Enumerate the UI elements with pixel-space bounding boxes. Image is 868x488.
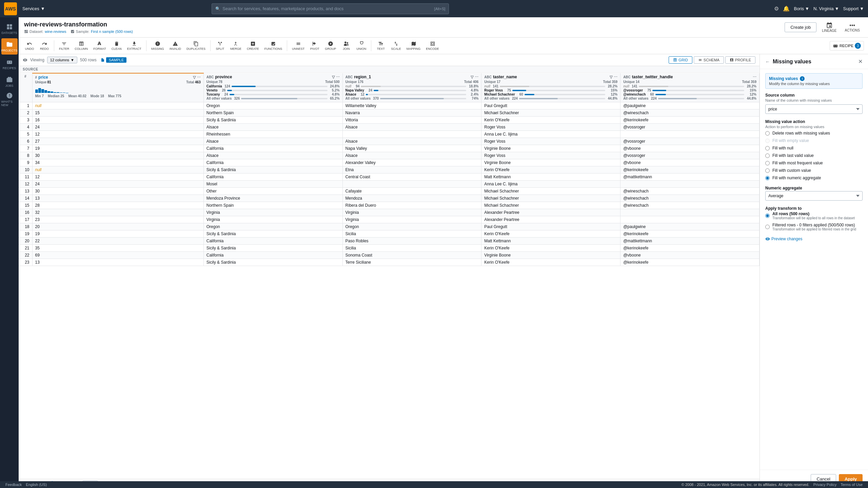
radio-fill-custom-input[interactable] <box>765 168 770 173</box>
table-cell: 20 <box>32 223 203 230</box>
bell-icon[interactable]: 🔔 <box>783 5 790 12</box>
table-cell: null <box>32 166 203 174</box>
table-cell: 24 <box>32 124 203 131</box>
radio-fill-frequent[interactable]: Fill with most frequent value <box>765 161 863 165</box>
table-cell: 19 <box>32 230 203 238</box>
group-button[interactable]: GROUP <box>323 40 338 52</box>
dataset-link[interactable]: wine-reviews <box>45 29 66 34</box>
data-table-wrapper[interactable]: # # price ▽⋯ <box>19 73 760 479</box>
table-cell: Alsace <box>342 138 481 145</box>
pivot-button[interactable]: PIVOT <box>308 40 321 52</box>
toolbar-right: RECIPE 3 <box>830 41 864 50</box>
table-cell: Northern Spain <box>203 202 342 209</box>
toolbar-sep-5 <box>371 40 371 51</box>
radio-fill-empty[interactable]: Fill with empty value <box>765 138 863 143</box>
sidebar-item-recipes[interactable]: RECIPES <box>1 56 18 72</box>
recipe-button[interactable]: RECIPE 3 <box>830 41 864 50</box>
table-cell: Paul Gregutt <box>481 102 620 109</box>
radio-delete-input[interactable] <box>765 131 770 136</box>
scale-button[interactable]: SCALE <box>389 40 403 52</box>
grid-tab[interactable]: GRID <box>669 56 692 64</box>
radio-fill-frequent-input[interactable] <box>765 161 770 165</box>
merge-button[interactable]: MERGE <box>228 40 243 52</box>
encode-button[interactable]: ENCODE <box>424 40 441 52</box>
col-actions[interactable]: ▽⋯ <box>610 75 617 79</box>
redo-button[interactable]: REDO <box>38 40 51 52</box>
col-actions[interactable]: ▽⋯ <box>471 75 478 79</box>
radio-filtered-rows-input[interactable] <box>765 225 770 229</box>
table-cell: Roger Voss <box>481 138 620 145</box>
invalid-button[interactable]: INVALID <box>167 40 183 52</box>
unnest-button[interactable]: UNNEST <box>290 40 307 52</box>
radio-filtered-rows[interactable]: Filtered rows - 0 filters applied (500/5… <box>765 223 863 231</box>
missing-button[interactable]: MISSING <box>149 40 166 52</box>
mapping-button[interactable]: MAPPING <box>405 40 423 52</box>
table-cell: Navarra <box>342 109 481 117</box>
radio-fill-numeric-input[interactable] <box>765 176 770 180</box>
create-job-button[interactable]: Create job <box>785 22 816 32</box>
col-actions[interactable]: ▽⋯ <box>332 75 340 79</box>
clean-button[interactable]: CLEAN <box>110 40 124 52</box>
extract-button[interactable]: EXTRACT <box>125 40 143 52</box>
col-actions[interactable]: ▽⋯ <box>193 75 201 80</box>
radio-delete[interactable]: Delete rows with missing values <box>765 131 863 136</box>
sidebar-item-jobs[interactable]: JOBS <box>1 74 18 90</box>
radio-fill-null-input[interactable] <box>765 146 770 150</box>
radio-fill-custom[interactable]: Fill with custom value <box>765 168 863 173</box>
col-actions[interactable]: ⋯ <box>753 75 756 79</box>
source-column-select[interactable]: price <box>765 104 863 114</box>
profile-tab[interactable]: PROFILE <box>725 56 755 64</box>
search-input[interactable] <box>222 6 434 11</box>
table-cell: Kerin O'Keefe <box>481 259 620 266</box>
locale-selector[interactable]: English (US) <box>26 483 47 487</box>
preview-changes-link[interactable]: Preview changes <box>765 237 863 241</box>
table-cell: Kerin O'Keefe <box>481 230 620 238</box>
services-button[interactable]: Services ▼ <box>20 5 48 13</box>
row-num-cell: 16 <box>19 209 32 216</box>
radio-fill-last[interactable]: Fill with last valid value <box>765 153 863 158</box>
radio-fill-null[interactable]: Fill with null <box>765 146 863 150</box>
filter-button[interactable]: FILTER <box>57 40 71 52</box>
support-menu[interactable]: Support▼ <box>843 6 864 11</box>
svg-rect-1 <box>9 24 12 26</box>
format-button[interactable]: FORMAT <box>91 40 108 52</box>
undo-button[interactable]: UNDO <box>23 40 36 52</box>
user-menu[interactable]: Boris▼ <box>794 6 809 11</box>
source-column-label: Source column <box>765 93 863 98</box>
numeric-aggregate-select[interactable]: Average Median Mode Max Min <box>765 191 863 201</box>
table-cell: 69 <box>32 252 203 259</box>
table-cell: @vboone <box>620 252 760 259</box>
panel-close-button[interactable]: ✕ <box>858 58 863 65</box>
table-cell: Matt Kettmann <box>481 238 620 245</box>
region-menu[interactable]: N. Virginia▼ <box>813 6 839 11</box>
apply-to-radio-group: All rows (500 rows) Transformation will … <box>765 211 863 231</box>
sample-link[interactable]: First n sample (500 rows) <box>91 29 133 34</box>
text-button[interactable]: TEXT <box>374 40 388 52</box>
radio-all-rows[interactable]: All rows (500 rows) Transformation will … <box>765 211 863 220</box>
union-button[interactable]: UNION <box>354 40 368 52</box>
split-button[interactable]: SPLIT <box>213 40 227 52</box>
join-button[interactable]: JOIN <box>339 40 353 52</box>
actions-button[interactable]: ••• ACTIONS <box>842 21 863 34</box>
schema-tab[interactable]: SCHEMA <box>694 56 724 64</box>
terms-link[interactable]: Terms of Use <box>841 483 863 487</box>
panel-prev-arrow[interactable]: ← <box>765 59 770 64</box>
duplicates-button[interactable]: DUPLICATES <box>184 40 208 52</box>
radio-fill-numeric[interactable]: Fill with numeric aggregate <box>765 176 863 180</box>
notifications-icon[interactable]: ⚙ <box>774 5 779 12</box>
columns-selector[interactable]: 12 columns ▼ <box>47 57 77 63</box>
radio-all-rows-input[interactable] <box>765 214 770 218</box>
column-button[interactable]: COLUMN <box>73 40 90 52</box>
info-badge[interactable]: i <box>800 76 805 81</box>
create-button[interactable]: CREATE <box>245 40 261 52</box>
feedback-link[interactable]: Feedback <box>5 483 22 487</box>
sidebar-item-whatsnew[interactable]: WHAT'S NEW <box>1 91 18 107</box>
sidebar-item-datasets[interactable]: DATASETS <box>1 21 18 37</box>
radio-fill-last-input[interactable] <box>765 154 770 158</box>
row-num-cell: 8 <box>19 152 32 159</box>
functions-button[interactable]: FUNCTIONS <box>262 40 284 52</box>
table-row: 2269CaliforniaSonoma CoastVirginie Boone… <box>19 252 760 259</box>
privacy-link[interactable]: Privacy Policy <box>813 483 836 487</box>
sidebar-item-projects[interactable]: PROJECTS <box>1 38 18 55</box>
lineage-button[interactable]: LINEAGE <box>819 21 839 34</box>
